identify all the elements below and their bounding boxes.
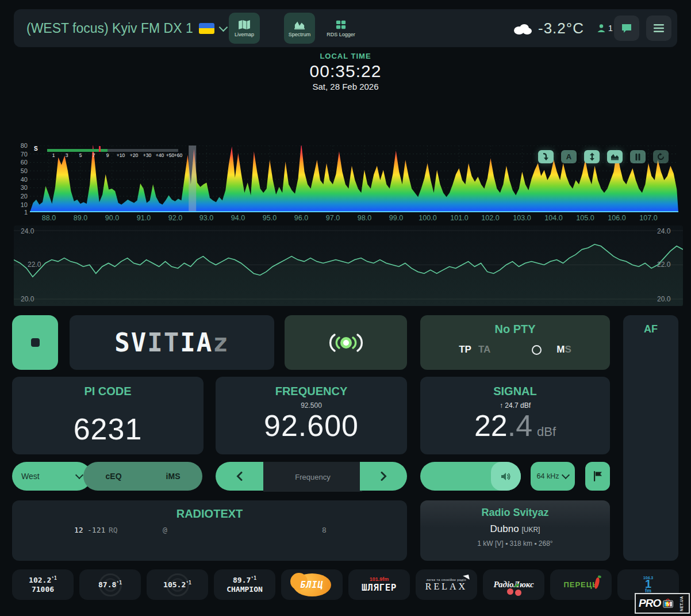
frequency-tick-label: 99.0 <box>389 214 403 222</box>
preset-button-2[interactable]: 87.8ᵗ1 <box>79 569 141 600</box>
table-icon <box>335 20 347 30</box>
preset-button-relax[interactable]: легке та спокійне радіо RELAX <box>416 569 477 600</box>
antenna-select-dropdown[interactable]: West <box>12 462 91 491</box>
preset-button-1[interactable]: 102.2ᵗ1 71006 <box>12 569 74 600</box>
s-meter-tick: +10 <box>117 152 125 158</box>
frequency-tick-label: 106.0 <box>608 214 625 222</box>
frequency-tick-label: 90.0 <box>105 214 119 222</box>
y-tick-label: 10 <box>21 201 28 208</box>
s-meter-tick: +40 <box>156 152 164 158</box>
station-details: 1 kW [V] ▪ 318 km ▪ 268° <box>420 540 610 548</box>
frequency-tick-label: 88.0 <box>42 214 56 222</box>
spectrum-vertical-scale-button[interactable] <box>584 150 600 163</box>
nav-spectrum-button[interactable]: Spectrum <box>284 13 315 44</box>
protv-watermark: PRO TV NET.UA <box>635 593 690 614</box>
spectrum-y-axis: 80706050403020101 <box>13 146 28 215</box>
ps-character-group: SV <box>114 328 147 357</box>
radiotext-line: 12-121RQ@8 <box>12 526 407 536</box>
listener-count: 1 <box>608 24 613 33</box>
speaker-icon <box>501 472 511 481</box>
y-tick-label: 30 <box>21 184 28 191</box>
frequency-tick-label: 93.0 <box>199 214 213 222</box>
menu-button[interactable] <box>646 16 671 41</box>
signal-y-tick: 20.0 <box>657 295 670 303</box>
spectrum-refresh-button[interactable] <box>653 150 669 163</box>
frequency-value: 92.600 <box>216 408 407 443</box>
rds-indicator-button[interactable] <box>12 315 58 370</box>
s-meter-tick: 7 <box>93 152 95 158</box>
stereo-indicator-panel <box>285 315 407 370</box>
preset-button-blic[interactable]: БЛІЦ <box>281 569 343 600</box>
spectrum-autoscale-button[interactable]: A <box>561 150 577 163</box>
signal-y-tick: 22.0 <box>657 261 670 269</box>
y-tick-label: 40 <box>21 176 28 183</box>
frequency-tick-label: 98.0 <box>358 214 371 222</box>
frequency-down-button[interactable] <box>216 462 263 491</box>
map-icon <box>238 20 251 30</box>
stereo-circle-icon <box>532 345 542 355</box>
s-meter-tick: 9 <box>106 152 109 158</box>
signal-label: SIGNAL <box>420 385 610 398</box>
y-tick-label: 70 <box>21 151 28 158</box>
radio-lux-logo-text: РадіоЛюкс <box>493 580 533 590</box>
letter-a-icon: A <box>566 152 571 161</box>
signal-value: 22.4dBf <box>420 408 610 443</box>
chevron-down-icon <box>562 471 570 479</box>
preset-frequency: 102.2ᵗ1 <box>29 576 57 584</box>
blic-logo-text: БЛІЦ <box>300 580 323 590</box>
preset-button-4[interactable]: 89.7ᵗ1 CHAMPION <box>214 569 275 600</box>
s-meter-tick: 3 <box>66 152 68 158</box>
tp-flag: TP <box>459 344 471 355</box>
antenna-selected: West <box>21 472 40 481</box>
preset-button-shlyager[interactable]: 101.9fm ШЛЯГЕР <box>348 569 410 600</box>
chevron-right-icon <box>381 472 387 481</box>
volume-slider-handle[interactable] <box>491 462 521 491</box>
frequency-input[interactable] <box>263 462 362 492</box>
preset-button-radio-lux[interactable]: РадіоЛюкс <box>483 569 544 600</box>
pi-code-value: 6231 <box>12 412 204 446</box>
area-chart-icon <box>611 153 619 160</box>
pause-icon <box>635 154 640 160</box>
nav-rds-logger-button[interactable]: RDS Logger <box>324 13 358 44</box>
ims-toggle-button[interactable]: iMS <box>166 472 181 481</box>
frequency-label: FREQUENCY <box>216 385 407 398</box>
spectrum-snap-button[interactable] <box>538 150 554 163</box>
pty-value: No PTY <box>420 323 610 336</box>
spectrum-pause-button[interactable] <box>630 150 646 163</box>
cherry-icon <box>515 590 521 596</box>
frequency-tick-label: 89.0 <box>74 214 87 222</box>
s-meter-bar <box>47 149 178 152</box>
preset-station: CHAMPION <box>227 585 263 594</box>
header-bar: (WEST focus) Kyiv FM DX 1 Livemap Spectr… <box>14 9 677 47</box>
s-meter-peak-marker <box>99 146 101 152</box>
flag-report-button[interactable] <box>585 462 610 491</box>
s-meter-tick: 5 <box>79 152 82 158</box>
preset-button-3[interactable]: 105.2ᵗ1 <box>147 569 208 600</box>
local-time-label: LOCAL TIME <box>0 52 691 60</box>
nav-livemap-button[interactable]: Livemap <box>229 13 260 44</box>
y-tick-label: 60 <box>21 159 28 166</box>
volume-slider[interactable] <box>420 462 521 491</box>
frequency-tick-label: 92.0 <box>168 214 182 222</box>
user-icon <box>597 24 606 33</box>
ta-flag: TA <box>478 344 490 355</box>
station-location: Dubno [UKR] <box>420 523 610 535</box>
chat-button[interactable] <box>614 16 639 41</box>
server-select-dropdown[interactable]: (WEST focus) Kyiv FM DX 1 <box>26 9 227 47</box>
stereo-broadcast-icon <box>327 331 365 355</box>
preset-button-perets[interactable]: ПЕРЕЦЬ <box>550 569 612 600</box>
spectrum-fill-toggle-button[interactable] <box>607 150 623 163</box>
local-time-block: LOCAL TIME 00:35:22 Sat, 28 Feb 2026 <box>0 52 691 91</box>
server-title: (WEST focus) Kyiv FM DX 1 <box>26 21 193 36</box>
chevron-down-icon <box>75 471 83 479</box>
menu-icon <box>654 24 664 32</box>
eq-toggle-button[interactable]: cEQ <box>106 472 122 481</box>
frequency-up-button[interactable] <box>360 462 407 491</box>
flag-icon <box>593 471 602 481</box>
frequency-tick-label: 91.0 <box>137 214 151 222</box>
fmdx-app: (WEST focus) Kyiv FM DX 1 Livemap Spectr… <box>0 0 691 616</box>
radiotext-segment: @ <box>163 526 167 534</box>
bandwidth-select-dropdown[interactable]: 64 kHz <box>531 462 575 491</box>
preset-frequency: 87.8ᵗ1 <box>98 580 122 589</box>
signal-y-tick: 22.0 <box>28 261 41 269</box>
